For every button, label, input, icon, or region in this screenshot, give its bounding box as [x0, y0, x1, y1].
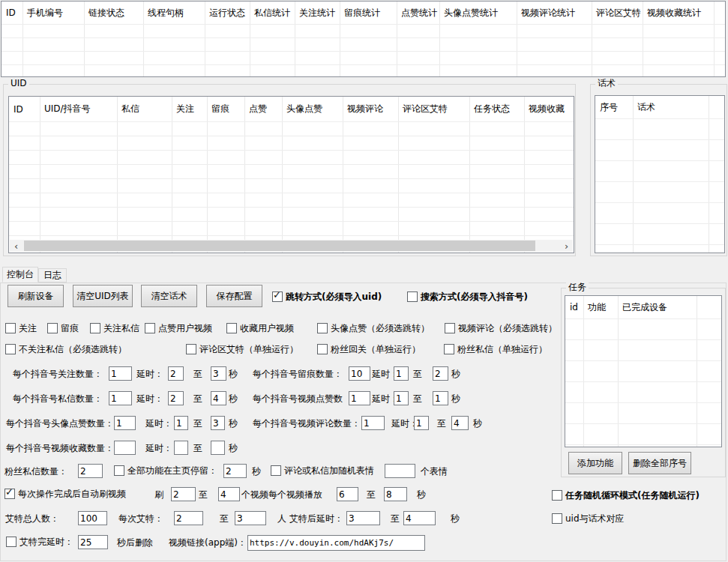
checkbox[interactable]: [186, 344, 196, 354]
task-column-header[interactable]: 功能: [583, 296, 618, 318]
text-input[interactable]: [223, 464, 247, 478]
device-column-header[interactable]: ID: [1, 1, 22, 24]
device-column-header[interactable]: 评论区艾特: [592, 1, 643, 24]
device-column-header[interactable]: 链接状态: [84, 1, 143, 24]
text-input[interactable]: [433, 391, 448, 405]
checkbox-option[interactable]: 评论或私信加随机表情: [271, 465, 374, 476]
save-config-button[interactable]: 保存配置: [206, 285, 262, 307]
checkbox-option[interactable]: 点赞用户视频: [145, 323, 212, 333]
device-column-header[interactable]: 手机编号: [22, 1, 84, 24]
device-column-header[interactable]: 关注统计: [295, 1, 340, 24]
checkbox-option[interactable]: 收藏用户视频: [226, 323, 294, 333]
checkbox[interactable]: [317, 323, 328, 333]
text-input[interactable]: [451, 416, 469, 430]
uid-column-header[interactable]: 评论区艾特: [398, 97, 469, 121]
text-input[interactable]: [403, 511, 436, 525]
text-input[interactable]: [247, 535, 425, 551]
checkbox[interactable]: [5, 344, 16, 354]
text-input[interactable]: [171, 487, 196, 501]
checkbox[interactable]: [445, 323, 455, 333]
text-input[interactable]: [168, 391, 184, 405]
uid-column-header[interactable]: 关注: [172, 97, 207, 121]
scrollbar-thumb[interactable]: [24, 241, 535, 251]
checkbox-option[interactable]: 跳转方式(必须导入uid): [272, 291, 382, 302]
uid-column-header[interactable]: 头像点赞: [282, 97, 343, 121]
checkbox-option[interactable]: 关注私信: [90, 323, 139, 333]
checkbox[interactable]: [5, 323, 16, 333]
text-input[interactable]: [218, 487, 240, 501]
checkbox-option[interactable]: 全部功能在主页停留：: [114, 465, 217, 476]
device-column-header[interactable]: 私信统计: [250, 1, 295, 24]
device-column-header[interactable]: 留痕统计: [340, 1, 397, 24]
checkbox[interactable]: [552, 513, 562, 524]
text-input[interactable]: [114, 416, 136, 430]
text-input[interactable]: [78, 464, 103, 478]
checkbox[interactable]: [90, 323, 100, 333]
checkbox-option[interactable]: 艾特完延时：: [6, 537, 73, 547]
text-input[interactable]: [349, 391, 370, 405]
text-input[interactable]: [211, 391, 226, 405]
text-input[interactable]: [361, 416, 385, 430]
refresh-devices-button[interactable]: 刷新设备: [7, 285, 64, 307]
checkbox-option[interactable]: 任务随机循环模式(任务随机运行): [552, 490, 700, 501]
text-input[interactable]: [174, 441, 188, 455]
device-column-header[interactable]: 运行状态: [205, 1, 250, 24]
device-column-header[interactable]: 视频收藏统计: [643, 1, 714, 24]
uid-column-header[interactable]: ID: [9, 97, 40, 121]
device-column-header[interactable]: 头像点赞统计: [439, 1, 517, 24]
text-input[interactable]: [211, 366, 226, 381]
text-input[interactable]: [109, 391, 132, 405]
uid-column-header[interactable]: UID/抖音号: [40, 97, 117, 121]
uid-table-hscrollbar[interactable]: ‹ ›: [10, 240, 573, 252]
text-input[interactable]: [394, 391, 409, 405]
delete-all-tasks-button[interactable]: 删除全部序号: [628, 452, 691, 474]
checkbox[interactable]: [552, 490, 562, 501]
uid-column-header[interactable]: 点赞: [244, 97, 282, 121]
text-input[interactable]: [78, 535, 108, 549]
text-input[interactable]: [168, 366, 184, 381]
text-input[interactable]: [349, 366, 370, 381]
uid-column-header[interactable]: 私信: [117, 97, 172, 121]
device-column-header[interactable]: 视频评论统计: [517, 1, 592, 24]
clear-uid-list-button[interactable]: 清空UID列表: [73, 285, 133, 307]
checkbox[interactable]: [272, 291, 283, 302]
checkbox-option[interactable]: 粉丝私信（单独运行）: [444, 344, 547, 354]
checkbox[interactable]: [444, 344, 454, 354]
tab-console[interactable]: 控制台: [2, 267, 38, 282]
scroll-right-icon[interactable]: ›: [560, 240, 573, 252]
device-column-header[interactable]: 线程句柄: [143, 1, 205, 24]
checkbox[interactable]: [407, 291, 418, 302]
clear-script-button[interactable]: 清空话术: [141, 285, 197, 307]
uid-column-header[interactable]: 视频收藏: [524, 97, 574, 121]
script-column-header[interactable]: 序号: [595, 96, 633, 118]
device-column-header[interactable]: 点赞统计: [397, 1, 439, 24]
checkbox-option[interactable]: 留痕: [47, 323, 79, 333]
checkbox-option[interactable]: 评论区艾特（单独运行）: [186, 344, 298, 354]
checkbox[interactable]: [317, 344, 328, 354]
checkbox[interactable]: [47, 323, 58, 333]
text-input[interactable]: [235, 511, 266, 525]
text-input[interactable]: [384, 487, 407, 501]
checkbox-option[interactable]: 每次操作完成后自动刷视频: [4, 489, 126, 499]
text-input[interactable]: [114, 441, 136, 455]
checkbox-option[interactable]: uid与话术对应: [552, 513, 625, 524]
checkbox-option[interactable]: 搜索方式(必须导入抖音号): [407, 291, 528, 302]
checkbox-option[interactable]: 头像点赞（必须选跳转）: [317, 323, 430, 333]
tab-log[interactable]: 日志: [38, 268, 67, 282]
text-input[interactable]: [433, 366, 448, 381]
text-input[interactable]: [394, 366, 409, 381]
uid-column-header[interactable]: 任务状态: [469, 97, 524, 121]
checkbox[interactable]: [4, 489, 15, 499]
add-task-button[interactable]: 添加功能: [568, 452, 622, 474]
text-input[interactable]: [174, 511, 203, 525]
checkbox[interactable]: [271, 465, 281, 476]
checkbox[interactable]: [114, 465, 124, 476]
task-column-header[interactable]: id: [565, 296, 583, 318]
text-input[interactable]: [211, 441, 225, 455]
checkbox[interactable]: [145, 323, 155, 333]
text-input[interactable]: [414, 416, 429, 430]
text-input[interactable]: [211, 416, 225, 430]
text-input[interactable]: [109, 366, 132, 381]
text-input[interactable]: [385, 464, 415, 478]
checkbox[interactable]: [226, 323, 237, 333]
